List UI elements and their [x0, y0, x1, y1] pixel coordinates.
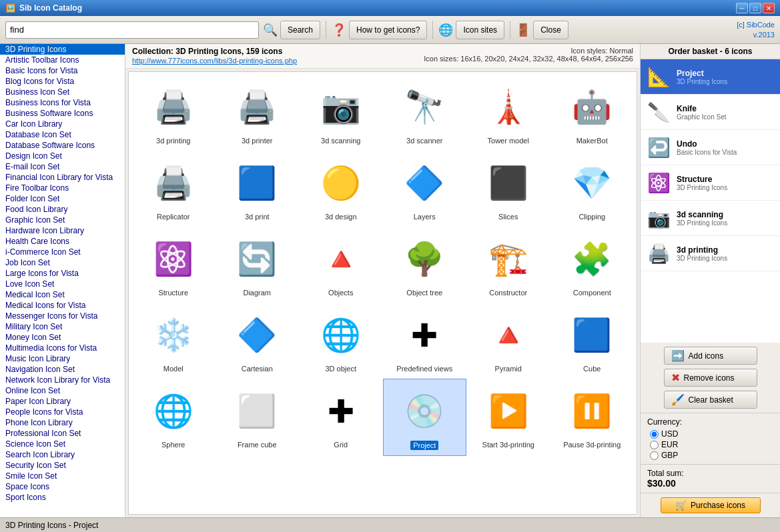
icon-item-project[interactable]: 💿Project — [383, 379, 467, 456]
close-button[interactable]: Close — [533, 21, 568, 39]
icon-item-3d-scanning[interactable]: 📷3d scanning — [299, 75, 383, 151]
maximize-button[interactable]: □ — [749, 3, 761, 13]
icon-item-3d-design[interactable]: 🟡3d design — [299, 151, 383, 227]
sidebar-item-basic-icons-for-vista[interactable]: Basic Icons for Vista — [0, 65, 125, 76]
sidebar-item-money-icon-set[interactable]: Money Icon Set — [0, 332, 125, 343]
sidebar-item-business-icons-for-vista[interactable]: Business Icons for Vista — [0, 97, 125, 108]
sidebar-item-love-icon-set[interactable]: Love Icon Set — [0, 279, 125, 289]
sidebar-item-multimedia-icons-for-vista[interactable]: Multimedia Icons for Vista — [0, 343, 125, 353]
sidebar-item-e-mail-icon-set[interactable]: E-mail Icon Set — [0, 161, 125, 172]
basket-entry-project[interactable]: 📐Project3D Printing Icons — [641, 59, 780, 95]
currency-radio-gbp[interactable] — [650, 451, 659, 460]
icon-item-component[interactable]: 🧩Component — [550, 227, 635, 303]
sidebar-item-online-icon-set[interactable]: Online Icon Set — [0, 385, 125, 396]
collection-link[interactable]: http://www.777icons.com/libs/3d-printing… — [132, 57, 297, 65]
basket-entry-undo[interactable]: ↩️UndoBasic Icons for Vista — [641, 130, 780, 165]
sidebar-item-food-icon-library[interactable]: Food Icon Library — [0, 204, 125, 215]
sidebar-item-database-icon-set[interactable]: Database Icon Set — [0, 129, 125, 140]
icon-item-model[interactable]: ❄️Model — [131, 303, 216, 379]
icon-item-cube[interactable]: 🟦Cube — [550, 303, 635, 379]
sidebar-item-messenger-icons-for-vista[interactable]: Messenger Icons for Vista — [0, 311, 125, 321]
icon-item-object-tree[interactable]: 🌳Object tree — [383, 227, 467, 303]
basket-entry-3d-printing[interactable]: 🖨️3d printing3D Printing Icons — [641, 236, 780, 271]
icon-item-3d-printer[interactable]: 🖨️3d printer — [216, 75, 300, 151]
sidebar-item-paper-icon-library[interactable]: Paper Icon Library — [0, 396, 125, 407]
search-button[interactable]: Search — [280, 21, 320, 39]
icon-item-3d-object[interactable]: 🌐3D object — [299, 303, 383, 379]
sidebar-item-professional-icon-set[interactable]: Professional Icon Set — [0, 428, 125, 439]
basket-entry-structure[interactable]: ⚛️Structure3D Printing Icons — [641, 165, 780, 201]
icon-item-frame-cube[interactable]: ⬜Frame cube — [216, 379, 300, 456]
icon-item-sphere[interactable]: 🌐Sphere — [131, 379, 216, 456]
sidebar-item-business-icon-set[interactable]: Business Icon Set — [0, 87, 125, 97]
sidebar-item-fire-toolbar-icons[interactable]: Fire Toolbar Icons — [0, 183, 125, 193]
sidebar-item-medical-icons-for-vista[interactable]: Medical Icons for Vista — [0, 300, 125, 311]
icon-item-start-3d-printing[interactable]: ▶️Start 3d-printing — [466, 379, 550, 456]
search-input[interactable] — [10, 25, 254, 35]
icons-grid-container[interactable]: 🖨️3d printing🖨️3d printer📷3d scanning🔭3d… — [128, 71, 637, 515]
sidebar-item-large-icons-for-vista[interactable]: Large Icons for Vista — [0, 268, 125, 279]
icon-item-pause-3d-printing[interactable]: ⏸️Pause 3d-printing — [550, 379, 635, 456]
icon-item-structure[interactable]: ⚛️Structure — [131, 227, 216, 303]
icon-sites-button[interactable]: Icon sites — [456, 21, 504, 39]
icon-item-pyramid[interactable]: 🔺Pyramid — [466, 303, 550, 379]
sidebar-item-financial-icon-library-for-vista[interactable]: Financial Icon Library for Vista — [0, 172, 125, 183]
icon-item-3d-printing[interactable]: 🖨️3d printing — [131, 75, 216, 151]
sidebar-item-folder-icon-set[interactable]: Folder Icon Set — [0, 193, 125, 204]
sidebar-item-people-icons-for-vista[interactable]: People Icons for Vista — [0, 407, 125, 417]
sidebar-item-job-icon-set[interactable]: Job Icon Set — [0, 257, 125, 268]
currency-option-gbp[interactable]: GBP — [650, 451, 773, 460]
sidebar-item-search-icon-library[interactable]: Search Icon Library — [0, 449, 125, 460]
sidebar-item-science-icon-set[interactable]: Science Icon Set — [0, 439, 125, 449]
sidebar-item-military-icon-set[interactable]: Military Icon Set — [0, 321, 125, 332]
add-icons-button[interactable]: ➡️ Add icons — [664, 347, 757, 365]
sidebar-item-security-icon-set[interactable]: Security Icon Set — [0, 460, 125, 471]
icon-item-makerbot[interactable]: 🤖MakerBot — [550, 75, 635, 151]
icon-item-3d-print[interactable]: 🟦3d print — [216, 151, 300, 227]
sidebar-item-phone-icon-library[interactable]: Phone Icon Library — [0, 417, 125, 428]
icon-item-3d-scanner[interactable]: 🔭3d scanner — [383, 75, 467, 151]
sidebar-item-i-commerce-icon-set[interactable]: i-Commerce Icon Set — [0, 247, 125, 257]
purchase-icons-button[interactable]: 🛒 Purchase icons — [661, 497, 761, 513]
icon-item-objects[interactable]: 🔺Objects — [299, 227, 383, 303]
how-to-button[interactable]: How to get icons? — [349, 21, 427, 39]
sidebar-item-navigation-icon-set[interactable]: Navigation Icon Set — [0, 364, 125, 375]
sidebar-item-music-icon-library[interactable]: Music Icon Library — [0, 353, 125, 364]
icon-item-clipping[interactable]: 💎Clipping — [550, 151, 635, 227]
icon-item-slices[interactable]: ⬛Slices — [466, 151, 550, 227]
sidebar-item-hardware-icon-library[interactable]: Hardware Icon Library — [0, 225, 125, 236]
basket-entry-3d-scanning[interactable]: 📷3d scanning3D Printing Icons — [641, 201, 780, 236]
icon-item-cartesian[interactable]: 🔷Cartesian — [216, 303, 300, 379]
icon-item-diagram[interactable]: 🔄Diagram — [216, 227, 300, 303]
sidebar-item-smile-icon-set[interactable]: Smile Icon Set — [0, 471, 125, 481]
sidebar-item-3d-printing-icons[interactable]: 3D Printing Icons — [0, 44, 125, 55]
clear-basket-button[interactable]: 🖌️ Clear basket — [664, 391, 757, 409]
icon-item-constructor[interactable]: 🏗️Constructor — [466, 227, 550, 303]
sibcode-label[interactable]: [c] SibCode v.2013 — [737, 20, 775, 39]
icon-item-layers[interactable]: 🔷Layers — [383, 151, 467, 227]
close-window-button[interactable]: ✕ — [763, 3, 775, 13]
icon-item-replicator[interactable]: 🖨️Replicator — [131, 151, 216, 227]
sidebar-item-business-software-icons[interactable]: Business Software Icons — [0, 108, 125, 119]
sidebar-item-space-icons[interactable]: Space Icons — [0, 481, 125, 492]
sidebar-item-graphic-icon-set[interactable]: Graphic Icon Set — [0, 215, 125, 225]
remove-icons-button[interactable]: ✖ Remove icons — [664, 369, 757, 387]
icon-item-tower-model[interactable]: 🗼Tower model — [466, 75, 550, 151]
sidebar[interactable]: 3D Printing IconsArtistic Toolbar IconsB… — [0, 44, 125, 517]
icon-item-predefined-views[interactable]: ✚Predefined views — [383, 303, 467, 379]
sidebar-item-medical-icon-set[interactable]: Medical Icon Set — [0, 289, 125, 300]
minimize-button[interactable]: ─ — [736, 3, 748, 13]
sidebar-item-blog-icons-for-vista[interactable]: Blog Icons for Vista — [0, 76, 125, 87]
sidebar-item-sport-icons[interactable]: Sport Icons — [0, 492, 125, 503]
sidebar-item-car-icon-library[interactable]: Car Icon Library — [0, 119, 125, 129]
sidebar-item-database-software-icons[interactable]: Database Software Icons — [0, 140, 125, 151]
sidebar-item-artistic-toolbar-icons[interactable]: Artistic Toolbar Icons — [0, 55, 125, 65]
icon-item-grid[interactable]: ✚Grid — [299, 379, 383, 456]
basket-entry-knife[interactable]: 🔪KnifeGraphic Icon Set — [641, 95, 780, 130]
sidebar-item-network-icon-library-for-vista[interactable]: Network Icon Library for Vista — [0, 375, 125, 385]
sidebar-item-health-care-icons[interactable]: Health Care Icons — [0, 236, 125, 247]
basket-list[interactable]: 📐Project3D Printing Icons🔪KnifeGraphic I… — [641, 59, 780, 343]
currency-option-eur[interactable]: EUR — [650, 440, 773, 449]
search-box[interactable] — [5, 21, 259, 39]
currency-radio-usd[interactable] — [650, 430, 659, 439]
